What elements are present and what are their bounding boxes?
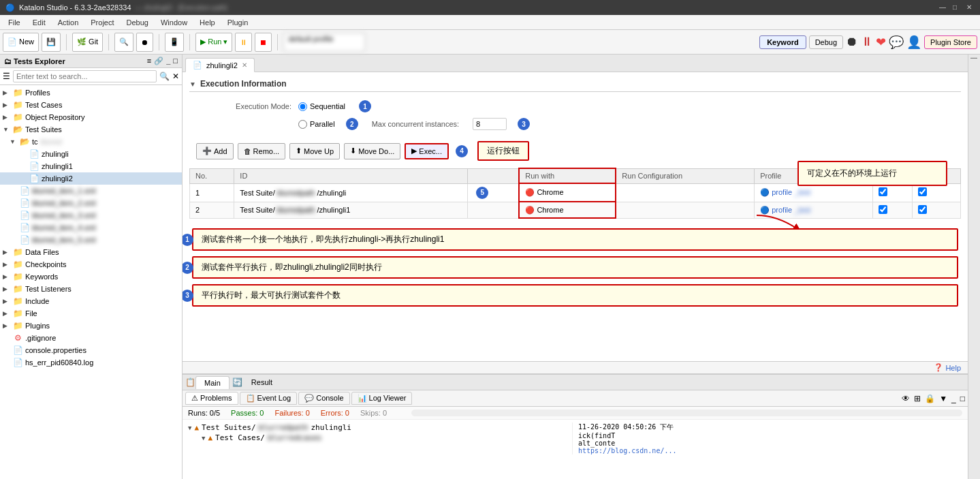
sidebar-collapse-icon[interactable]: | bbox=[970, 57, 978, 59]
minimize-panel-icon[interactable]: _ bbox=[166, 57, 170, 65]
console-tab-console[interactable]: 💬 Console bbox=[298, 392, 349, 405]
tree-item-testcases[interactable]: ▶ 📁 Test Cases bbox=[0, 99, 182, 111]
row1-run[interactable] bbox=[912, 183, 960, 202]
profiles-arrow[interactable]: ▶ bbox=[3, 89, 12, 96]
row1-run-checkbox[interactable] bbox=[918, 187, 927, 196]
menu-file[interactable]: File bbox=[3, 17, 26, 28]
menu-action[interactable]: Action bbox=[52, 17, 84, 28]
search-icon[interactable]: 🔍 bbox=[159, 72, 170, 81]
menu-debug[interactable]: Debug bbox=[121, 17, 154, 28]
tree-item-include[interactable]: ▶ 📁 Include bbox=[0, 295, 182, 307]
maximize-panel-icon[interactable]: □ bbox=[173, 57, 178, 65]
tree-item-profiles[interactable]: ▶ 📁 Profiles bbox=[0, 87, 182, 99]
remove-btn[interactable]: 🗑 Remo... bbox=[238, 143, 286, 159]
parallel-radio-input[interactable] bbox=[298, 120, 307, 129]
tree-item-file[interactable]: ▶ 📁 File bbox=[0, 307, 182, 320]
tab-close-btn[interactable]: ✕ bbox=[242, 61, 247, 69]
spy-btn[interactable]: 🔍 bbox=[114, 33, 133, 52]
add-btn[interactable]: ➕ Add bbox=[196, 143, 234, 159]
record-btn[interactable]: ⏺ bbox=[136, 33, 153, 52]
section-collapse-icon[interactable]: ▼ bbox=[189, 80, 196, 88]
maximize-icon[interactable]: □ bbox=[960, 394, 965, 403]
new-btn[interactable]: 📄 New bbox=[3, 33, 39, 52]
profile-selector[interactable]: default profile bbox=[283, 33, 365, 52]
eye-icon[interactable]: 👁 bbox=[902, 394, 910, 403]
keywords-arrow[interactable]: ▶ bbox=[3, 273, 12, 280]
lock-icon[interactable]: 🔒 bbox=[925, 394, 935, 403]
tree-item-console-props[interactable]: 📄 console.properties bbox=[0, 344, 182, 356]
link-editor-icon[interactable]: 🔗 bbox=[154, 57, 163, 65]
row2-run-checkbox[interactable] bbox=[918, 205, 927, 214]
stop-btn[interactable]: ⏹ bbox=[255, 33, 272, 52]
object-repo-arrow[interactable]: ▶ bbox=[3, 114, 12, 121]
row2-run[interactable] bbox=[912, 202, 960, 218]
save-btn[interactable]: 💾 bbox=[42, 33, 61, 52]
main-tab[interactable]: 📄 zhulingli2 ✕ bbox=[185, 58, 255, 72]
checkpoints-arrow[interactable]: ▶ bbox=[3, 261, 12, 268]
menu-edit[interactable]: Edit bbox=[27, 17, 51, 28]
minimize-icon[interactable]: _ bbox=[951, 394, 956, 403]
tree-item-zhulingli1[interactable]: 📄 zhulingli1 bbox=[0, 160, 182, 172]
tree-item-blur2[interactable]: 📄 blurred_item_2.xml bbox=[0, 197, 182, 209]
tree-item-testsuites[interactable]: ▼ 📂 Test Suites bbox=[0, 123, 182, 136]
menu-project[interactable]: Project bbox=[85, 17, 119, 28]
git-btn[interactable]: 🌿 Git bbox=[72, 33, 103, 52]
parallel-radio[interactable]: Parallel bbox=[298, 120, 335, 129]
testcases-arrow[interactable]: ▶ bbox=[3, 102, 12, 108]
testsuites-arrow[interactable]: ▼ bbox=[3, 126, 12, 133]
pause-btn[interactable]: ⏸ bbox=[235, 33, 252, 52]
search-input[interactable] bbox=[13, 70, 157, 82]
move-down-btn[interactable]: ⬇ Move Do... bbox=[344, 143, 400, 159]
clear-search-icon[interactable]: ✕ bbox=[172, 72, 179, 81]
tree-item-keywords[interactable]: ▶ 📁 Keywords bbox=[0, 271, 182, 283]
tree-item-log-file[interactable]: 📄 hs_err_pid60840.log bbox=[0, 356, 182, 369]
move-up-btn[interactable]: ⬆ Move Up bbox=[289, 143, 340, 159]
menu-plugin[interactable]: Plugin bbox=[222, 17, 254, 28]
menu-help[interactable]: Help bbox=[194, 17, 221, 28]
file-arrow[interactable]: ▶ bbox=[3, 310, 12, 317]
datafiles-arrow[interactable]: ▶ bbox=[3, 249, 12, 256]
console-tab-logviewer[interactable]: 📊 Log Viewer bbox=[351, 392, 413, 405]
row2-checkbox[interactable] bbox=[879, 205, 887, 214]
tree-item-zhulingli2[interactable]: 📄 zhulingli2 bbox=[0, 172, 182, 185]
run-btn[interactable]: ▶ Run ▾ bbox=[195, 33, 232, 52]
tc-arrow[interactable]: ▼ bbox=[10, 138, 19, 145]
menu-window[interactable]: Window bbox=[155, 17, 193, 28]
max-concurrent-input[interactable] bbox=[473, 118, 507, 130]
grid-icon[interactable]: ⊞ bbox=[914, 394, 921, 403]
sequential-radio-input[interactable] bbox=[298, 102, 307, 111]
sequential-radio[interactable]: Sequential bbox=[298, 102, 345, 111]
mobile-btn[interactable]: 📱 bbox=[165, 33, 184, 52]
keyword-btn[interactable]: Keyword bbox=[759, 35, 806, 49]
tree-item-blur1[interactable]: 📄 blurred_item_1.xml bbox=[0, 185, 182, 197]
bottom-tab-result[interactable]: Result bbox=[242, 375, 281, 389]
console-tab-problems[interactable]: ⚠ Problems bbox=[185, 392, 238, 405]
collapse-icon[interactable]: ▼ bbox=[939, 394, 947, 403]
minimize-btn[interactable]: — bbox=[939, 3, 947, 12]
close-btn[interactable]: ✕ bbox=[966, 3, 975, 12]
tree-item-gitignore[interactable]: ⚙ .gitignore bbox=[0, 332, 182, 344]
tree-item-test-listeners[interactable]: ▶ 📁 Test Listeners bbox=[0, 283, 182, 295]
tree-item-zhulingli[interactable]: 📄 zhulingli bbox=[0, 148, 182, 160]
exec-btn[interactable]: ▶ Exec... bbox=[405, 143, 449, 159]
row1-check[interactable] bbox=[873, 183, 912, 202]
tree-item-object-repo[interactable]: ▶ 📁 Object Repository bbox=[0, 111, 182, 123]
console-tab-eventlog[interactable]: 📋 Event Log bbox=[240, 392, 298, 405]
tree-item-blur3[interactable]: 📄 blurred_item_3.xml bbox=[0, 209, 182, 221]
include-arrow[interactable]: ▶ bbox=[3, 298, 12, 305]
tree-item-blur4[interactable]: 📄 blurred_item_4.xml bbox=[0, 221, 182, 234]
tree-item-blur5[interactable]: 📄 blurred_item_5.xml bbox=[0, 234, 182, 246]
maximize-btn[interactable]: □ bbox=[953, 3, 961, 12]
row2-check[interactable] bbox=[873, 202, 912, 218]
row1-checkbox[interactable] bbox=[879, 187, 887, 196]
debug-btn[interactable]: Debug bbox=[809, 35, 843, 49]
collapse-all-icon[interactable]: ≡ bbox=[147, 57, 151, 65]
test-listeners-arrow[interactable]: ▶ bbox=[3, 285, 12, 292]
bottom-tab-main[interactable]: Main bbox=[195, 376, 230, 389]
tree-item-datafiles[interactable]: ▶ 📁 Data Files bbox=[0, 246, 182, 258]
plugins-arrow[interactable]: ▶ bbox=[3, 322, 12, 329]
help-btn[interactable]: ❓ Help bbox=[934, 363, 961, 372]
tree-item-plugins[interactable]: ▶ 📁 Plugins bbox=[0, 320, 182, 332]
plugin-store-btn[interactable]: Plugin Store bbox=[924, 35, 977, 49]
tree-item-checkpoints[interactable]: ▶ 📁 Checkpoints bbox=[0, 258, 182, 271]
